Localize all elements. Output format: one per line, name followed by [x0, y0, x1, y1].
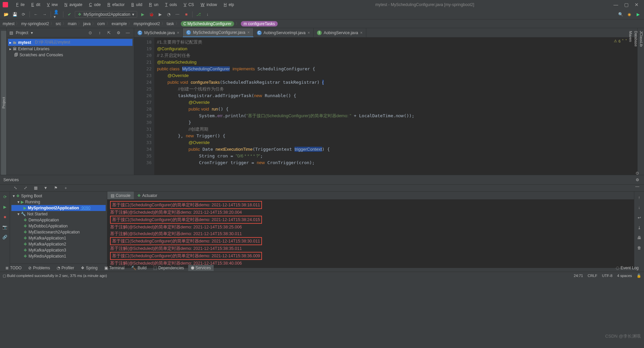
close-button[interactable]: ✕ [635, 2, 639, 7]
caret-position[interactable]: 24:71 [574, 274, 583, 278]
crumb[interactable]: main [68, 21, 76, 26]
tree-scratch[interactable]: 🗐 Scratches and Consoles [8, 52, 132, 58]
link-icon[interactable]: 🔗 [2, 234, 8, 240]
svc-app[interactable]: ❖MyKafkaApplication3 [11, 247, 106, 253]
maximize-button[interactable]: ▢ [624, 2, 629, 7]
project-tree[interactable]: ▸ 🖿 mytest D:\学习\码云\mytest ▸ 🏛 External … [7, 38, 134, 175]
crumb[interactable]: my-springboot2 [21, 21, 49, 26]
line-separator[interactable]: CRLF [588, 274, 597, 278]
back-icon[interactable]: ← [33, 11, 39, 18]
save-icon[interactable]: 💾 [11, 11, 18, 18]
update-project-icon[interactable]: ↓ [204, 11, 211, 18]
console-output[interactable]: 基于接口(SchedulingConfigurer)的简单定时器demo: 20… [107, 200, 634, 268]
svc-app[interactable]: ❖MyDobbo1Application [11, 223, 106, 229]
close-icon[interactable]: × [360, 30, 363, 35]
rerun-icon[interactable]: ⟳ [2, 194, 8, 200]
crumb[interactable]: task [167, 21, 174, 26]
indent[interactable]: 4 spaces [617, 274, 632, 278]
editor-tab[interactable]: CAobingServiceImpl.java× [254, 28, 314, 37]
git-branch-icon[interactable]: ⎇ [195, 11, 202, 18]
camera-icon[interactable]: 📷 [2, 224, 8, 230]
debug-icon[interactable]: 🐞 [148, 11, 155, 18]
run-config-selector[interactable]: ❖ MySpringboot2Application ▾ [75, 11, 137, 18]
add-icon[interactable]: ＋ [62, 185, 69, 191]
crumb[interactable]: mytest [3, 21, 14, 26]
menu-vcs[interactable]: VCS [180, 2, 196, 8]
left-tab-project[interactable]: Project [1, 31, 6, 175]
menu-navigate[interactable]: Navigate [60, 2, 84, 8]
profile-icon[interactable]: ◔ [165, 11, 172, 18]
right-tab-jclasslib[interactable]: JClassLib [639, 28, 644, 175]
stop-icon[interactable]: ■ [183, 11, 190, 18]
down-icon[interactable]: ˅ [625, 39, 627, 43]
run-icon[interactable]: ▶ [139, 11, 146, 18]
bottom-tab-terminal[interactable]: ▣Terminal [102, 265, 127, 271]
svc-app[interactable]: ❖MyKafkaApplication2 [11, 241, 106, 247]
bottom-tab-profiler[interactable]: ◔Profiler [54, 265, 77, 271]
console-tab[interactable]: ▤Console [107, 192, 134, 199]
svc-app[interactable]: ❖MyKafkaApplication1 [11, 235, 106, 241]
scroll-up-icon[interactable]: ↑ [636, 194, 643, 201]
vcs-check-icon[interactable]: ✔ [66, 11, 73, 18]
close-icon[interactable]: × [248, 30, 250, 35]
filter-icon[interactable]: ▼ [42, 185, 49, 191]
editor-tab[interactable]: IAobingService.java× [314, 28, 366, 37]
scroll-end-icon[interactable]: ⤓ [636, 224, 643, 231]
clear-icon[interactable]: 🗑 [636, 245, 643, 251]
menu-file[interactable]: File [12, 2, 26, 8]
svc-app[interactable]: ❖MyElasticsearch2Application [11, 229, 106, 235]
bottom-tab-dependencies[interactable]: ⬚Dependencies [151, 265, 187, 271]
svc-root[interactable]: ▾❖Spring Boot [11, 193, 106, 199]
services-tree[interactable]: ▾❖Spring Boot ▾▶Running ▶ MySpringboot2A… [10, 192, 107, 268]
forward-icon[interactable]: → [41, 11, 48, 18]
svc-notstarted[interactable]: ▾🔧Not Started [11, 211, 106, 217]
menu-build[interactable]: Build [127, 2, 145, 8]
collapse-all-icon[interactable]: ⤢ [22, 185, 29, 191]
gear-icon[interactable]: ⚙ [115, 29, 122, 36]
svc-running[interactable]: ▾▶Running [11, 199, 106, 205]
expand-all-icon[interactable]: ⤡ [12, 185, 19, 191]
crumb[interactable]: example [112, 21, 127, 26]
menu-run[interactable]: Run [145, 2, 160, 8]
editor-tab[interactable]: CMySchedulingConfigurer.java× [183, 28, 253, 37]
menu-edit[interactable]: Edit [27, 2, 42, 8]
up-icon[interactable]: ˄ [622, 39, 624, 43]
codewithme-icon[interactable]: ▶ [635, 11, 641, 18]
event-log-tab[interactable]: ◌Event Log [613, 265, 641, 271]
close-icon[interactable]: × [308, 30, 310, 35]
bottom-tab-spring[interactable]: ❖Spring [78, 265, 100, 271]
avatar-icon[interactable]: 👤▾ [54, 11, 60, 18]
close-icon[interactable]: × [177, 30, 179, 35]
crumb[interactable]: C MySchedulingConfigurer [181, 21, 234, 26]
run-icon[interactable]: ▶ [2, 204, 8, 210]
expand-icon[interactable]: ↕ [96, 29, 103, 36]
svc-running-app[interactable]: ▶ MySpringboot2Application :9090 [11, 205, 106, 211]
group-icon[interactable]: ▦ [32, 185, 39, 191]
hide-icon[interactable]: — [124, 29, 131, 36]
search-icon[interactable]: 🔍 [617, 11, 624, 18]
stop-icon[interactable]: ■ [2, 214, 8, 220]
minimize-button[interactable]: — [613, 2, 618, 7]
bottom-tab-build[interactable]: 🔨Build [128, 265, 149, 271]
inspection-badge[interactable]: ⚠ 6 ˄ ˅ [614, 39, 627, 43]
attach-icon[interactable]: ⋯ [174, 11, 181, 18]
collapse-icon[interactable]: ⇱ [106, 29, 112, 36]
actuator-tab[interactable]: ❖Actuator [134, 192, 161, 199]
crumb[interactable]: src [56, 21, 61, 26]
menu-view[interactable]: View [43, 2, 60, 8]
status-collapse-icon[interactable]: ▢ [3, 274, 6, 278]
ide-warn-icon[interactable]: ◉ [626, 11, 633, 18]
flag-icon[interactable]: ⚑ [52, 185, 59, 191]
crumb[interactable]: myspringboot2 [133, 21, 160, 26]
bottom-tab-todo[interactable]: ≣TODO [3, 265, 24, 271]
bottom-tab-services[interactable]: ⬣Services [188, 265, 214, 271]
crumb[interactable]: m configureTasks [241, 21, 277, 26]
running-port[interactable]: :9090 [80, 206, 91, 210]
menu-help[interactable]: Help [220, 2, 236, 8]
print-icon[interactable]: 🖶 [636, 234, 643, 241]
crumb[interactable]: com [97, 21, 105, 26]
file-encoding[interactable]: UTF-8 [602, 274, 612, 278]
tree-root[interactable]: ▸ 🖿 mytest D:\学习\码云\mytest [8, 39, 132, 46]
tree-external[interactable]: ▸ 🏛 External Libraries [8, 46, 132, 52]
coverage-icon[interactable]: ▶ [157, 11, 163, 18]
